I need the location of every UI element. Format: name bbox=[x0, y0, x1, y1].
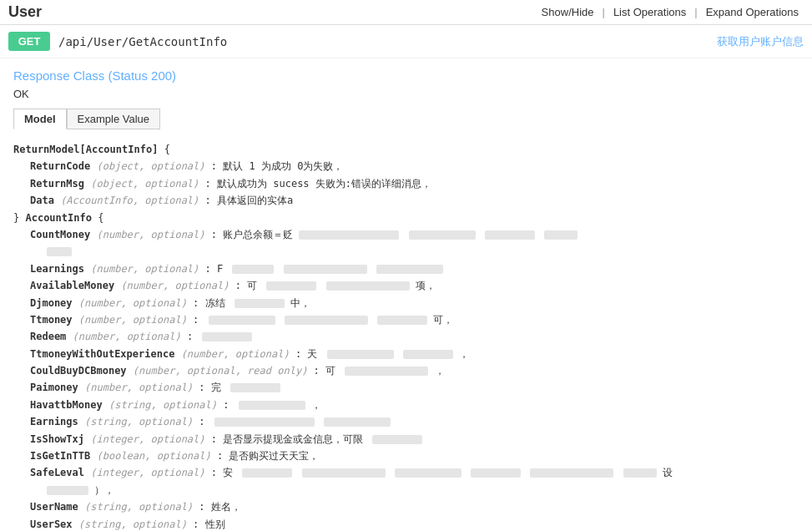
field-paimoney: Paimoney (number, optional) : 完 bbox=[13, 379, 799, 396]
top-bar-actions: Show/Hide | List Operations | Expand Ope… bbox=[537, 4, 804, 20]
expand-operations-link[interactable]: Expand Operations bbox=[701, 4, 804, 20]
list-operations-link[interactable]: List Operations bbox=[608, 4, 691, 20]
field-returnmsg: ReturnMsg (object, optional) : 默认成功为 suc… bbox=[13, 175, 799, 192]
method-badge[interactable]: GET bbox=[8, 32, 50, 51]
field-availablemoney: AvailableMoney (number, optional) : 可 项， bbox=[13, 277, 799, 294]
field-isgetinttb: IsGetInTTB (boolean, optional) : 是否购买过天天… bbox=[13, 448, 799, 464]
model-content: ReturnModel[AccountInfo] { ReturnCode (o… bbox=[13, 138, 799, 531]
response-status: OK bbox=[13, 88, 799, 100]
field-learnings: Learnings (number, optional) : F bbox=[13, 260, 799, 277]
endpoint-row: GET /api/User/GetAccountInfo 获取用户账户信息 bbox=[0, 25, 812, 58]
field-returncode: ReturnCode (object, optional) : 默认 1 为成功… bbox=[13, 158, 799, 174]
content-area: Response Class (Status 200) OK Model Exa… bbox=[0, 58, 812, 531]
field-djmoney: Djmoney (number, optional) : 冻结 中， bbox=[13, 295, 799, 311]
account-info-open: } AccountInfo { bbox=[13, 210, 799, 226]
field-safeleval-cont: ）， bbox=[13, 482, 799, 498]
endpoint-path: /api/User/GetAccountInfo bbox=[58, 35, 717, 48]
field-redeem: Redeem (number, optional) : bbox=[13, 328, 799, 345]
top-bar: User Show/Hide | List Operations | Expan… bbox=[0, 0, 812, 25]
field-ttmoney-wo-exp: TtmoneyWithOutExperience (number, option… bbox=[13, 346, 799, 362]
page-title: User bbox=[8, 3, 42, 21]
field-data: Data (AccountInfo, optional) : 具体返回的实体a bbox=[13, 192, 799, 209]
field-earnings: Earnings (string, optional) : bbox=[13, 413, 799, 430]
field-havattb: HavattbMoney (string, optional) : ， bbox=[13, 397, 799, 413]
show-hide-link[interactable]: Show/Hide bbox=[537, 4, 599, 20]
field-countmoney: CountMoney (number, optional) : 账户总余额＝贬 bbox=[13, 226, 799, 243]
field-safeleval: SafeLeval (integer, optional) : 安 设 bbox=[13, 464, 799, 481]
model-tabs: Model Example Value bbox=[13, 109, 799, 129]
endpoint-description: 获取用户账户信息 bbox=[717, 34, 804, 49]
field-countmoney-cont bbox=[13, 243, 799, 260]
field-ttmoney: Ttmoney (number, optional) : 可， bbox=[13, 311, 799, 328]
root-class-open: ReturnModel[AccountInfo] { bbox=[13, 141, 799, 158]
tab-example[interactable]: Example Value bbox=[67, 109, 160, 129]
response-class-label: Response Class (Status 200) bbox=[13, 68, 799, 83]
field-username: UserName (string, optional) : 姓名， bbox=[13, 498, 799, 515]
field-couldbuy: CouldBuyDCBmoney (number, optional, read… bbox=[13, 362, 799, 379]
field-isshowtxj: IsShowTxj (integer, optional) : 是否显示提现金或… bbox=[13, 431, 799, 448]
field-usersex: UserSex (string, optional) : 性别 bbox=[13, 516, 799, 531]
tab-model[interactable]: Model bbox=[13, 109, 67, 129]
